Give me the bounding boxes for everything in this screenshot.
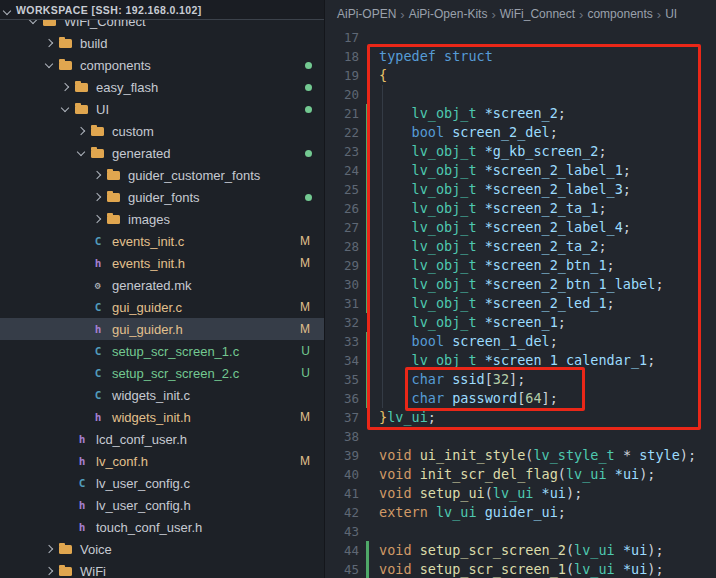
tree-item-label: generated: [112, 146, 171, 161]
tree-item-setup_scr_screen_1.c[interactable]: Csetup_scr_screen_1.cU: [0, 340, 324, 362]
tree-item-lv_user_config.c[interactable]: Clv_user_config.c: [0, 472, 324, 494]
tree-item-label: UI: [96, 102, 109, 117]
code-line[interactable]: 18typedef struct: [325, 47, 716, 66]
code-line[interactable]: 36 char password[64];: [325, 389, 716, 408]
code-text: [373, 85, 379, 104]
code-line[interactable]: 22 bool screen_2_del;: [325, 123, 716, 142]
code-text: lv_obj_t *screen_1_calendar_1;: [373, 351, 655, 370]
breadcrumb-item[interactable]: WiFi_Connect: [500, 7, 575, 21]
tree-item-build[interactable]: build: [0, 32, 324, 54]
tree-item-UI[interactable]: UI: [0, 98, 324, 120]
code-line[interactable]: 40void init_scr_del_flag(lv_ui *ui);: [325, 465, 716, 484]
gutter-space: [365, 427, 373, 446]
folder-icon: [106, 164, 122, 186]
tree-item-widgets_init.c[interactable]: Cwidgets_init.c: [0, 384, 324, 406]
code-line[interactable]: 28 lv_obj_t *screen_2_ta_2;: [325, 237, 716, 256]
chevron-right-icon: [42, 32, 58, 54]
code-text: void setup_ui(lv_ui *ui);: [373, 484, 582, 503]
breadcrumb-separator-icon: ›: [579, 7, 583, 22]
git-status-badge: M: [300, 454, 310, 468]
tree-item-guider_fonts[interactable]: guider_fonts: [0, 186, 324, 208]
code-line[interactable]: 39void ui_init_style(lv_style_t * style)…: [325, 446, 716, 465]
tree-item-easy_flash[interactable]: easy_flash: [0, 76, 324, 98]
code-line[interactable]: 33 bool screen_1_del;: [325, 332, 716, 351]
tree-item-images[interactable]: images: [0, 208, 324, 230]
code-line[interactable]: 23 lv_obj_t *g_kb_screen_2;: [325, 142, 716, 161]
chevron-right-icon: [42, 538, 58, 560]
code-line[interactable]: 34 lv_obj_t *screen_1_calendar_1;: [325, 351, 716, 370]
code-line[interactable]: 37}lv_ui;: [325, 408, 716, 427]
code-editor[interactable]: 1718typedef struct19{2021 lv_obj_t *scre…: [325, 28, 716, 578]
tree-item-label: events_init.c: [112, 234, 184, 249]
line-number: 39: [325, 446, 365, 465]
tree-item-components[interactable]: components: [0, 54, 324, 76]
tree-item-generated[interactable]: generated: [0, 142, 324, 164]
code-line[interactable]: 20: [325, 85, 716, 104]
line-number: 24: [325, 161, 365, 180]
line-number: 38: [325, 427, 365, 446]
tree-item-custom[interactable]: custom: [0, 120, 324, 142]
tree-item-label: guider_customer_fonts: [128, 168, 260, 183]
tree-item-events_init.c[interactable]: Cevents_init.cM: [0, 230, 324, 252]
workspace-header[interactable]: WORKSPACE [SSH: 192.168.0.102]: [0, 0, 324, 20]
chevron-down-icon: [74, 142, 90, 164]
chevron-right-icon: [42, 560, 58, 578]
tree-item-Voice[interactable]: Voice: [0, 538, 324, 560]
code-line[interactable]: 43: [325, 522, 716, 541]
code-line[interactable]: 30 lv_obj_t *screen_2_btn_1_label;: [325, 275, 716, 294]
code-line[interactable]: 31 lv_obj_t *screen_2_led_1;: [325, 294, 716, 313]
code-text: lv_obj_t *screen_2_label_3;: [373, 180, 631, 199]
git-change-gutter-mark: [365, 104, 373, 123]
code-line[interactable]: 38: [325, 427, 716, 446]
chevron-down-icon: [0, 1, 16, 19]
breadcrumb: AiPi-OPEN›AiPi-Open-Kits›WiFi_Connect›co…: [325, 0, 716, 28]
code-line[interactable]: 26 lv_obj_t *screen_2_ta_1;: [325, 199, 716, 218]
breadcrumb-item[interactable]: AiPi-Open-Kits: [409, 7, 488, 21]
code-line[interactable]: 21 lv_obj_t *screen_2;: [325, 104, 716, 123]
code-line[interactable]: 17: [325, 28, 716, 47]
breadcrumb-item[interactable]: components: [587, 7, 652, 21]
breadcrumb-item[interactable]: AiPi-OPEN: [337, 7, 396, 21]
code-line[interactable]: 35 char ssid[32];: [325, 370, 716, 389]
code-text: lv_obj_t *screen_1;: [373, 313, 566, 332]
code-line[interactable]: 32 lv_obj_t *screen_1;: [325, 313, 716, 332]
tree-item-guider_customer_fonts[interactable]: guider_customer_fonts: [0, 164, 324, 186]
line-number: 21: [325, 104, 365, 123]
code-line[interactable]: 41void setup_ui(lv_ui *ui);: [325, 484, 716, 503]
breadcrumb-item[interactable]: UI: [665, 7, 677, 21]
folder-icon: [90, 120, 106, 142]
line-number: 34: [325, 351, 365, 370]
tree-item-lcd_conf_user.h[interactable]: hlcd_conf_user.h: [0, 428, 324, 450]
tree-item-events_init.h[interactable]: hevents_init.hM: [0, 252, 324, 274]
h-file-icon: h: [74, 433, 90, 446]
git-change-gutter-mark: [365, 161, 373, 180]
code-line[interactable]: 29 lv_obj_t *screen_2_btn_1;: [325, 256, 716, 275]
tree-item-label: lv_user_config.c: [96, 476, 190, 491]
tree-item-label: setup_scr_screen_2.c: [112, 366, 239, 381]
code-text: void setup_scr_screen_2(lv_ui *ui);: [373, 541, 664, 560]
tree-item-lv_user_config.h[interactable]: hlv_user_config.h: [0, 494, 324, 516]
code-line[interactable]: 45void setup_scr_screen_1(lv_ui *ui);: [325, 560, 716, 578]
tree-item-setup_scr_screen_2.c[interactable]: Csetup_scr_screen_2.cU: [0, 362, 324, 384]
tree-item-lv_conf.h[interactable]: hlv_conf.hM: [0, 450, 324, 472]
tree-item-touch_conf_user.h[interactable]: htouch_conf_user.h: [0, 516, 324, 538]
code-line[interactable]: 19{: [325, 66, 716, 85]
h-file-icon: h: [90, 411, 106, 424]
line-number: 30: [325, 275, 365, 294]
code-text: {: [373, 66, 387, 85]
folder-icon: [106, 208, 122, 230]
code-line[interactable]: 24 lv_obj_t *screen_2_label_1;: [325, 161, 716, 180]
tree-item-WiFi[interactable]: WiFi: [0, 560, 324, 578]
tree-item-gui_guider.h[interactable]: hgui_guider.hM: [0, 318, 324, 340]
tree-item-widgets_init.h[interactable]: hwidgets_init.hM: [0, 406, 324, 428]
code-line[interactable]: 25 lv_obj_t *screen_2_label_3;: [325, 180, 716, 199]
tree-item-label: WiFi: [80, 564, 106, 578]
code-line[interactable]: 42extern lv_ui guider_ui;: [325, 503, 716, 522]
tree-item-generated.mk[interactable]: ⚙generated.mk: [0, 274, 324, 296]
gutter-space: [365, 503, 373, 522]
code-line[interactable]: 27 lv_obj_t *screen_2_label_4;: [325, 218, 716, 237]
tree-item-gui_guider.c[interactable]: Cgui_guider.cM: [0, 296, 324, 318]
code-line[interactable]: 44void setup_scr_screen_2(lv_ui *ui);: [325, 541, 716, 560]
breadcrumb-separator-icon: ›: [491, 7, 495, 22]
tree-item-label: touch_conf_user.h: [96, 520, 202, 535]
